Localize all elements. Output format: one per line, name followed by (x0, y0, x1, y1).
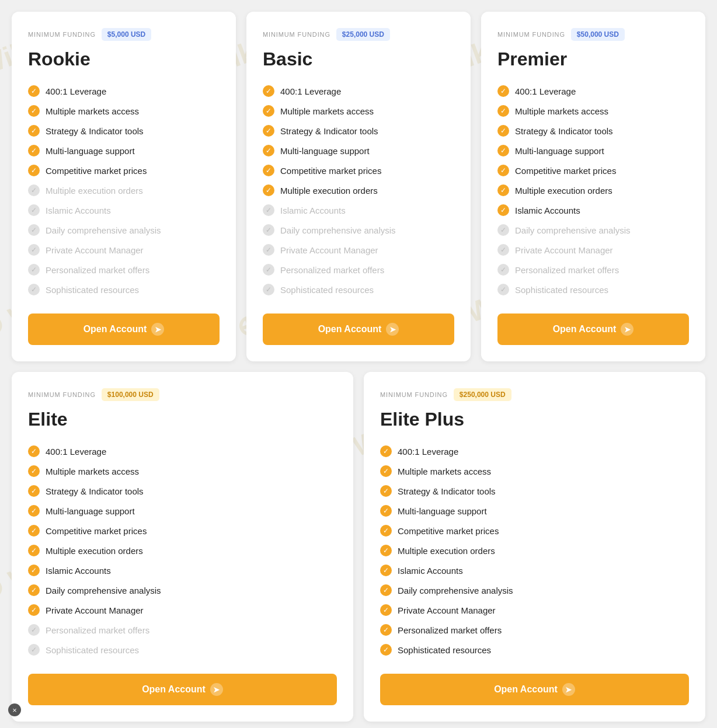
feature-label: 400:1 Leverage (515, 86, 576, 96)
feature-item: ✓Private Account Manager (28, 240, 220, 260)
feature-item: ✓Multi-language support (263, 141, 454, 161)
card-title: Elite (28, 409, 337, 430)
feature-item: ✓400:1 Leverage (263, 81, 454, 101)
feature-item: ✓400:1 Leverage (380, 441, 689, 461)
feature-item: ✓Personalized market offers (263, 260, 454, 280)
open-account-button-premier[interactable]: Open Account➤ (497, 314, 689, 345)
feature-item: ✓Multi-language support (28, 501, 337, 521)
check-icon: ✓ (380, 545, 392, 556)
feature-item: ✓Personalized market offers (497, 260, 689, 280)
check-icon: ✓ (28, 584, 40, 596)
check-icon: ✓ (28, 85, 40, 97)
btn-arrow-icon: ➤ (386, 323, 399, 336)
feature-label: Strategy & Indicator tools (280, 126, 378, 136)
check-icon: ✓ (380, 565, 392, 576)
feature-item: ✓Private Account Manager (28, 600, 337, 620)
open-account-button-rookie[interactable]: Open Account➤ (28, 314, 220, 345)
check-icon: ✓ (263, 244, 274, 256)
feature-label: Sophisticated resources (515, 285, 608, 295)
btn-arrow-icon: ➤ (210, 683, 223, 696)
card-elite: MINIMUM FUNDING$100,000 USDElite✓400:1 L… (12, 372, 353, 722)
feature-label: Competitive market prices (280, 166, 381, 176)
feature-label: Daily comprehensive analysis (46, 225, 161, 235)
check-icon: ✓ (28, 565, 40, 576)
min-funding-row: MINIMUM FUNDING$5,000 USD (28, 28, 220, 41)
feature-label: Personalized market offers (515, 265, 619, 275)
feature-item: ✓Multiple execution orders (380, 541, 689, 560)
feature-label: Daily comprehensive analysis (280, 225, 396, 235)
card-basic: MINIMUM FUNDING$25,000 USDBasic✓400:1 Le… (246, 12, 471, 361)
feature-item: ✓Strategy & Indicator tools (28, 121, 220, 141)
feature-item: ✓Strategy & Indicator tools (263, 121, 454, 141)
feature-label: Islamic Accounts (280, 205, 346, 215)
check-icon: ✓ (263, 204, 274, 216)
feature-item: ✓Private Account Manager (497, 240, 689, 260)
feature-item: ✓Multiple markets access (28, 101, 220, 121)
check-icon: ✓ (497, 85, 509, 97)
feature-label: Daily comprehensive analysis (398, 586, 513, 595)
feature-item: ✓Strategy & Indicator tools (380, 481, 689, 501)
check-icon: ✓ (497, 125, 509, 137)
feature-item: ✓Islamic Accounts (263, 200, 454, 220)
feature-item: ✓Sophisticated resources (497, 280, 689, 299)
card-title: Rookie (28, 49, 220, 69)
check-icon: ✓ (497, 204, 509, 216)
feature-label: Competitive market prices (46, 526, 147, 536)
feature-label: Private Account Manager (46, 605, 144, 615)
feature-label: Sophisticated resources (280, 285, 374, 295)
check-icon: ✓ (380, 505, 392, 517)
min-funding-label: MINIMUM FUNDING (28, 391, 96, 398)
card-header: MINIMUM FUNDING$25,000 USDBasic (263, 28, 454, 69)
feature-item: ✓Multiple execution orders (28, 541, 337, 560)
min-funding-badge: $5,000 USD (102, 28, 151, 41)
feature-label: Multiple markets access (280, 106, 374, 116)
feature-item: ✓Multi-language support (380, 501, 689, 521)
feature-label: Strategy & Indicator tools (515, 126, 613, 136)
feature-label: Multi-language support (515, 146, 604, 156)
feature-label: Competitive market prices (46, 166, 147, 176)
btn-arrow-icon: ➤ (151, 323, 164, 336)
card-header: MINIMUM FUNDING$100,000 USDElite (28, 388, 337, 430)
min-funding-row: MINIMUM FUNDING$25,000 USD (263, 28, 454, 41)
check-icon: ✓ (263, 105, 274, 117)
feature-label: Daily comprehensive analysis (515, 225, 631, 235)
card-title: Elite Plus (380, 409, 689, 430)
min-funding-label: MINIMUM FUNDING (28, 31, 96, 38)
feature-label: Multiple execution orders (515, 186, 612, 196)
card-rookie: MINIMUM FUNDING$5,000 USDRookie✓400:1 Le… (12, 12, 236, 361)
feature-item: ✓Daily comprehensive analysis (28, 580, 337, 600)
card-title: Basic (263, 49, 454, 69)
check-icon: ✓ (263, 184, 274, 196)
feature-label: 400:1 Leverage (46, 86, 106, 96)
feature-item: ✓Sophisticated resources (28, 280, 220, 299)
check-icon: ✓ (28, 445, 40, 457)
check-icon: ✓ (497, 244, 509, 256)
feature-label: 400:1 Leverage (398, 447, 458, 457)
feature-label: Multi-language support (280, 146, 370, 156)
feature-label: Multiple markets access (515, 106, 608, 116)
card-elite-plus: MINIMUM FUNDING$250,000 USDElite Plus✓40… (364, 372, 705, 722)
open-account-button-elite[interactable]: Open Account➤ (28, 674, 337, 705)
feature-item: ✓Multiple markets access (28, 461, 337, 481)
card-header: MINIMUM FUNDING$50,000 USDPremier (497, 28, 689, 69)
feature-item: ✓Competitive market prices (263, 161, 454, 180)
feature-label: Competitive market prices (515, 166, 616, 176)
check-icon: ✓ (263, 264, 274, 276)
features-list: ✓400:1 Leverage✓Multiple markets access✓… (497, 81, 689, 299)
check-icon: ✓ (28, 525, 40, 537)
open-account-button-basic[interactable]: Open Account➤ (263, 314, 454, 345)
min-funding-row: MINIMUM FUNDING$50,000 USD (497, 28, 689, 41)
min-funding-badge: $100,000 USD (102, 388, 159, 401)
check-icon: ✓ (28, 204, 40, 216)
feature-item: ✓Competitive market prices (28, 161, 220, 180)
feature-item: ✓Multiple execution orders (28, 180, 220, 200)
feature-label: Private Account Manager (398, 605, 496, 615)
feature-label: Personalized market offers (398, 625, 502, 635)
check-icon: ✓ (380, 584, 392, 596)
feature-item: ✓Sophisticated resources (28, 640, 337, 660)
close-button[interactable]: × (8, 703, 21, 716)
feature-label: Multiple markets access (46, 466, 139, 476)
open-account-button-elite-plus[interactable]: Open Account➤ (380, 674, 689, 705)
feature-item: ✓Daily comprehensive analysis (380, 580, 689, 600)
feature-item: ✓Multiple markets access (497, 101, 689, 121)
